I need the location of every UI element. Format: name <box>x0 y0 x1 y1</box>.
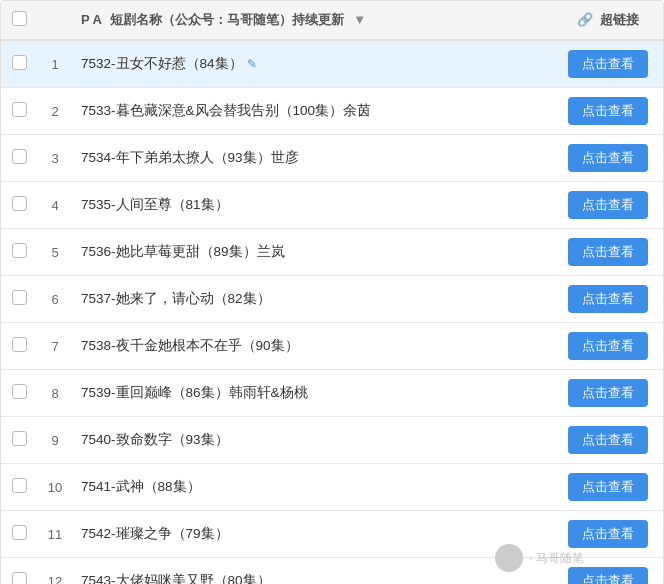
row-link-cell[interactable]: 点击查看 <box>553 511 663 558</box>
row-checkbox[interactable] <box>12 149 27 164</box>
row-checkbox-cell[interactable] <box>1 558 37 585</box>
header-checkbox[interactable] <box>12 11 27 26</box>
table-row: 57536-她比草莓更甜（89集）兰岚点击查看 <box>1 229 663 276</box>
view-button[interactable]: 点击查看 <box>568 473 648 501</box>
row-number: 11 <box>37 511 73 558</box>
row-link-cell[interactable]: 点击查看 <box>553 276 663 323</box>
row-number: 6 <box>37 276 73 323</box>
view-button[interactable]: 点击查看 <box>568 332 648 360</box>
row-checkbox-cell[interactable] <box>1 182 37 229</box>
row-number: 7 <box>37 323 73 370</box>
table-row: 37534-年下弟弟太撩人（93集）世彦点击查看 <box>1 135 663 182</box>
table-row: 107541-武神（88集）点击查看 <box>1 464 663 511</box>
table-header-row: P A 短剧名称（公众号：马哥随笔）持续更新 ▼ 🔗 超链接 <box>1 1 663 40</box>
row-checkbox[interactable] <box>12 572 27 584</box>
row-checkbox-cell[interactable] <box>1 40 37 88</box>
row-link-cell[interactable]: 点击查看 <box>553 229 663 276</box>
row-number: 4 <box>37 182 73 229</box>
filter-icon[interactable]: ▼ <box>353 12 366 27</box>
row-title: 7538-夜千金她根本不在乎（90集） <box>73 323 553 370</box>
row-checkbox-cell[interactable] <box>1 229 37 276</box>
main-table-container: P A 短剧名称（公众号：马哥随笔）持续更新 ▼ 🔗 超链接 17532-丑女不… <box>0 0 664 584</box>
row-title: 7542-璀璨之争（79集） <box>73 511 553 558</box>
row-checkbox[interactable] <box>12 384 27 399</box>
view-button[interactable]: 点击查看 <box>568 426 648 454</box>
row-link-cell[interactable]: 点击查看 <box>553 135 663 182</box>
row-link-cell[interactable]: 点击查看 <box>553 558 663 585</box>
table-row: 97540-致命数字（93集）点击查看 <box>1 417 663 464</box>
table-row: 117542-璀璨之争（79集）点击查看 <box>1 511 663 558</box>
row-title: 7536-她比草莓更甜（89集）兰岚 <box>73 229 553 276</box>
title-header: P A 短剧名称（公众号：马哥随笔）持续更新 ▼ <box>73 1 553 40</box>
row-title: 7533-暮色藏深意&风会替我告别（100集）余茵 <box>73 88 553 135</box>
view-button[interactable]: 点击查看 <box>568 285 648 313</box>
row-link-cell[interactable]: 点击查看 <box>553 417 663 464</box>
link-header-label: 超链接 <box>600 12 639 27</box>
row-number: 9 <box>37 417 73 464</box>
view-button[interactable]: 点击查看 <box>568 144 648 172</box>
table-row: 27533-暮色藏深意&风会替我告别（100集）余茵点击查看 <box>1 88 663 135</box>
row-checkbox-cell[interactable] <box>1 464 37 511</box>
row-checkbox[interactable] <box>12 243 27 258</box>
row-link-cell[interactable]: 点击查看 <box>553 323 663 370</box>
view-button[interactable]: 点击查看 <box>568 97 648 125</box>
table-row: 47535-人间至尊（81集）点击查看 <box>1 182 663 229</box>
row-checkbox[interactable] <box>12 431 27 446</box>
row-number: 5 <box>37 229 73 276</box>
link-header: 🔗 超链接 <box>553 1 663 40</box>
row-link-cell[interactable]: 点击查看 <box>553 88 663 135</box>
row-checkbox-cell[interactable] <box>1 88 37 135</box>
row-checkbox-cell[interactable] <box>1 276 37 323</box>
data-table: P A 短剧名称（公众号：马哥随笔）持续更新 ▼ 🔗 超链接 17532-丑女不… <box>1 1 663 584</box>
row-title: 7535-人间至尊（81集） <box>73 182 553 229</box>
row-number: 12 <box>37 558 73 585</box>
row-title: 7540-致命数字（93集） <box>73 417 553 464</box>
row-number: 2 <box>37 88 73 135</box>
sort-text-icon: P A <box>81 12 102 27</box>
table-body: 17532-丑女不好惹（84集） ✎点击查看27533-暮色藏深意&风会替我告别… <box>1 40 663 584</box>
view-button[interactable]: 点击查看 <box>568 379 648 407</box>
edit-icon[interactable]: ✎ <box>247 57 257 71</box>
link-chain-icon: 🔗 <box>577 12 593 27</box>
view-button[interactable]: 点击查看 <box>568 191 648 219</box>
table-row: 17532-丑女不好惹（84集） ✎点击查看 <box>1 40 663 88</box>
row-checkbox-cell[interactable] <box>1 370 37 417</box>
checkbox-header[interactable] <box>1 1 37 40</box>
row-title: 7537-她来了，请心动（82集） <box>73 276 553 323</box>
num-header <box>37 1 73 40</box>
row-link-cell[interactable]: 点击查看 <box>553 182 663 229</box>
table-row: 67537-她来了，请心动（82集）点击查看 <box>1 276 663 323</box>
header-sort-icons[interactable]: P A <box>81 12 102 27</box>
row-number: 1 <box>37 40 73 88</box>
row-checkbox-cell[interactable] <box>1 323 37 370</box>
view-button[interactable]: 点击查看 <box>568 520 648 548</box>
row-checkbox[interactable] <box>12 337 27 352</box>
title-header-label: 短剧名称（公众号：马哥随笔）持续更新 <box>110 12 344 27</box>
row-title: 7534-年下弟弟太撩人（93集）世彦 <box>73 135 553 182</box>
row-checkbox[interactable] <box>12 102 27 117</box>
table-row: 87539-重回巅峰（86集）韩雨轩&杨桃点击查看 <box>1 370 663 417</box>
row-title: 7543-大佬妈咪美又野（80集） <box>73 558 553 585</box>
row-title: 7532-丑女不好惹（84集） ✎ <box>73 40 553 88</box>
row-link-cell[interactable]: 点击查看 <box>553 464 663 511</box>
view-button[interactable]: 点击查看 <box>568 238 648 266</box>
row-checkbox[interactable] <box>12 290 27 305</box>
row-checkbox[interactable] <box>12 55 27 70</box>
row-link-cell[interactable]: 点击查看 <box>553 370 663 417</box>
row-checkbox[interactable] <box>12 525 27 540</box>
row-number: 3 <box>37 135 73 182</box>
row-checkbox-cell[interactable] <box>1 511 37 558</box>
row-checkbox-cell[interactable] <box>1 135 37 182</box>
row-title: 7541-武神（88集） <box>73 464 553 511</box>
row-title: 7539-重回巅峰（86集）韩雨轩&杨桃 <box>73 370 553 417</box>
row-link-cell[interactable]: 点击查看 <box>553 40 663 88</box>
row-checkbox[interactable] <box>12 478 27 493</box>
row-checkbox-cell[interactable] <box>1 417 37 464</box>
table-row: 127543-大佬妈咪美又野（80集）点击查看 <box>1 558 663 585</box>
view-button[interactable]: 点击查看 <box>568 567 648 584</box>
row-number: 10 <box>37 464 73 511</box>
row-number: 8 <box>37 370 73 417</box>
table-row: 77538-夜千金她根本不在乎（90集）点击查看 <box>1 323 663 370</box>
view-button[interactable]: 点击查看 <box>568 50 648 78</box>
row-checkbox[interactable] <box>12 196 27 211</box>
